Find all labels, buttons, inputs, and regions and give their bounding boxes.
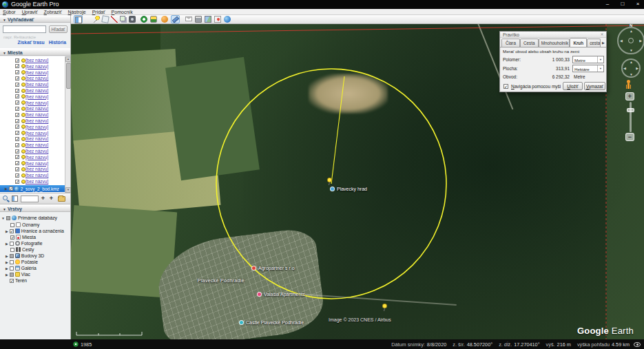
places-item[interactable]: ✓[bez názvu] (0, 136, 61, 142)
menu-item-súbor[interactable]: Súbor (3, 9, 16, 15)
email-button[interactable] (185, 15, 194, 23)
places-item[interactable]: ✓[bez názvu] (0, 166, 61, 172)
places-item[interactable]: ✓[bez názvu] (0, 172, 61, 178)
record-tour-button[interactable] (128, 15, 137, 23)
layer-item-viac[interactable]: ▶Viac (0, 271, 70, 277)
toggle-sidebar-button[interactable] (74, 15, 83, 23)
zoom-out-button[interactable]: − (625, 133, 634, 141)
layer-checkbox[interactable] (10, 260, 14, 264)
places-item-label[interactable]: [bez názvu] (25, 82, 48, 87)
poi-castle-plavecke-podhradie[interactable]: Castle Plavecké Podhradie (239, 320, 304, 325)
layer-checkbox[interactable] (10, 248, 14, 252)
menu-item-nástroje[interactable]: Nástroje (68, 9, 86, 15)
layer-item-po-asie[interactable]: ▶Počasie (0, 259, 70, 265)
unit-dropdown[interactable]: Metre▼ (572, 56, 604, 63)
places-item-label[interactable]: [bez názvu] (25, 118, 48, 123)
save-image-button[interactable] (204, 15, 213, 23)
places-item[interactable]: ✓[bez názvu] (0, 100, 61, 106)
zoom-slider-track[interactable] (630, 102, 632, 132)
item-checkbox[interactable]: ✓ (15, 155, 19, 159)
places-item-label[interactable]: [bez názvu] (25, 94, 48, 99)
layer-item-oznamy[interactable]: Oznamy (0, 222, 70, 228)
town-plavecke-podhradie[interactable]: Plavecké Podhradie (198, 278, 245, 283)
places-item-label[interactable]: [bez názvu] (25, 155, 48, 160)
places-item-label[interactable]: [bez názvu] (25, 88, 48, 93)
expand-arrow-icon[interactable]: ▶ (5, 187, 8, 191)
places-filter-input[interactable] (21, 195, 39, 202)
poi-agropartner[interactable]: Agropartner s r o (251, 266, 295, 271)
item-checkbox[interactable]: ✓ (15, 167, 19, 171)
planets-button[interactable] (160, 15, 169, 23)
move-joystick[interactable]: ▲ ▼ ◀ ▶ (621, 59, 641, 78)
places-item-label[interactable]: [bez názvu] (25, 167, 48, 171)
layer-checkbox[interactable]: ✓ (10, 235, 14, 240)
layer-checkbox[interactable] (10, 266, 14, 271)
item-checkbox[interactable]: ✓ (15, 76, 19, 81)
mouse-nav-checkbox[interactable]: ✓ (503, 84, 508, 89)
zoom-in-button[interactable]: + (625, 92, 634, 101)
radius-line[interactable] (331, 76, 344, 184)
item-checkbox[interactable]: ✓ (9, 187, 13, 191)
expand-arrow-icon[interactable]: ▶ (6, 229, 8, 233)
ruler-button[interactable] (171, 15, 180, 23)
item-checkbox[interactable]: ✓ (15, 107, 19, 111)
layer-checkbox[interactable]: ✓ (10, 279, 14, 283)
item-checkbox[interactable]: ✓ (15, 119, 19, 123)
layer-item-hranice-a-ozna-enia[interactable]: ▶✓Hranice a označenia (0, 228, 70, 234)
look-down-icon[interactable]: ▼ (630, 48, 633, 52)
look-up-icon[interactable]: ▲ (630, 29, 633, 33)
scroll-up-icon[interactable]: ▲ (65, 56, 71, 62)
layer-checkbox[interactable] (10, 273, 14, 277)
places-item-label[interactable]: [bez názvu] (25, 179, 48, 184)
places-item[interactable]: ✓[bez názvu] (0, 112, 61, 118)
clear-button[interactable]: Vymazať (584, 82, 605, 90)
move-right-icon[interactable]: ▶ (636, 66, 638, 70)
places-item[interactable]: ✓[bez názvu] (0, 142, 61, 148)
item-checkbox[interactable]: ✓ (15, 113, 19, 117)
places-item[interactable]: ✓[bez názvu] (0, 124, 61, 130)
folder-icon[interactable] (58, 196, 65, 202)
menu-item-zobraziť[interactable]: Zobraziť (44, 9, 62, 15)
expand-arrow-icon[interactable]: ▶ (6, 266, 8, 271)
scroll-down-icon[interactable]: ▼ (65, 187, 71, 193)
add-content-button[interactable]: + (48, 195, 55, 202)
ruler-tab-cesta[interactable]: Cesta (520, 39, 539, 47)
item-checkbox[interactable]: ✓ (15, 180, 19, 184)
ruler-tab--iara[interactable]: Čiara (501, 39, 520, 47)
placemark-plavecky-hrad[interactable]: Plavecky hrad (330, 187, 367, 191)
layer-item-cesty[interactable]: Cesty (0, 246, 70, 253)
map-viewport[interactable]: Plavecky hradAgropartner s r oPlavecké P… (71, 24, 644, 339)
pegman-icon[interactable] (624, 80, 632, 91)
collapse-triangle-icon[interactable]: ▼ (1, 216, 5, 220)
add-polygon-button[interactable] (101, 15, 110, 23)
places-item[interactable]: ✓[bez názvu] (0, 63, 61, 70)
layers-panel-header[interactable]: ▼Vrstvy (0, 204, 70, 212)
item-checkbox[interactable]: ✓ (15, 101, 19, 105)
places-item-label[interactable]: [bez názvu] (25, 161, 48, 166)
layer-checkbox[interactable]: ✓ (10, 229, 14, 233)
places-item[interactable]: ✓[bez názvu] (0, 94, 61, 100)
search-input[interactable] (3, 25, 46, 33)
item-checkbox[interactable]: ✓ (15, 70, 19, 74)
places-item-label[interactable]: [bez názvu] (25, 106, 48, 111)
layer-root[interactable]: ▼Primárne databázy (0, 215, 70, 221)
maximize-button[interactable]: □ (616, 0, 629, 8)
save-button[interactable]: Uložiť (563, 82, 583, 90)
add-content-button[interactable]: + (39, 195, 47, 202)
print-button[interactable] (194, 15, 203, 23)
menu-item-pomocník[interactable]: Pomocník (112, 9, 133, 15)
sunlight-button[interactable] (149, 15, 158, 23)
places-panel-icon[interactable] (12, 195, 18, 202)
places-item-label[interactable]: [bez názvu] (25, 76, 48, 81)
layer-item-miesta[interactable]: ✓Miesta (0, 234, 70, 240)
menu-item-pridať[interactable]: Pridať (92, 9, 105, 15)
look-right-icon[interactable]: ▶ (639, 39, 642, 43)
places-item[interactable]: ✓[bez názvu] (0, 178, 61, 184)
search-button[interactable]: Hľadať (49, 25, 67, 33)
view-in-google-maps-button[interactable] (214, 15, 222, 23)
places-item[interactable]: ✓[bez názvu] (0, 57, 61, 63)
places-item-selected[interactable]: ▶✓2_sovy_2_bod.kmz (0, 185, 65, 192)
places-item[interactable]: ✓[bez názvu] (0, 81, 61, 87)
item-checkbox[interactable]: ✓ (15, 59, 19, 63)
expand-arrow-icon[interactable]: ▶ (6, 242, 8, 246)
